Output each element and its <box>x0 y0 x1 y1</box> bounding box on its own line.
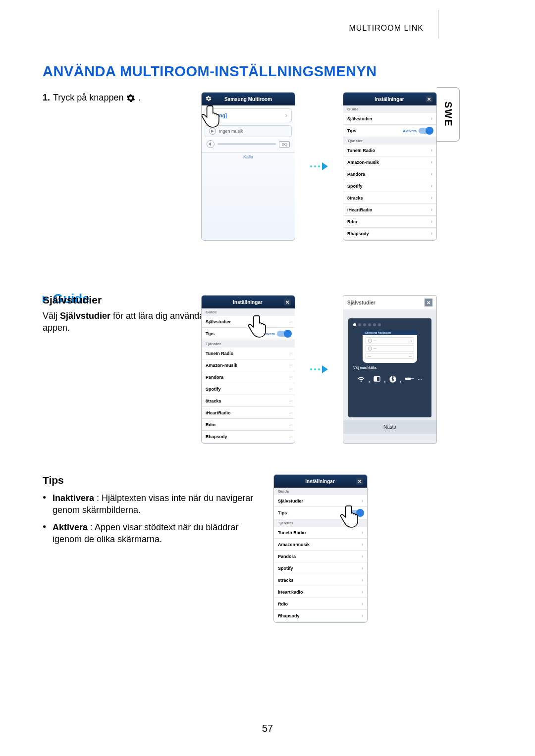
gear-icon[interactable] <box>206 96 212 102</box>
service-item[interactable]: Rhapsody› <box>343 228 436 239</box>
label: Amazon-musik <box>278 542 310 547</box>
section-guide: Guide <box>274 488 367 495</box>
label: 8tracks <box>347 196 363 201</box>
pointing-hand-icon <box>338 504 364 529</box>
header-divider <box>438 10 438 39</box>
service-item[interactable]: iHeartRadio› <box>274 586 367 598</box>
volume-slider[interactable] <box>217 143 276 145</box>
tips-screen: Inställningar ✕ Guide Självstudier› Tips… <box>273 474 368 623</box>
screenshot-settings-sjalv: Inställningar ✕ Guide Självstudier› Tips… <box>201 295 295 444</box>
screenshot-settings: Inställningar ✕ Guide Självstudier› Tips… <box>343 92 437 241</box>
tutorial-header: Självstudier ✕ <box>343 296 436 309</box>
bluetooth-icon <box>389 375 397 385</box>
label: Amazon-musik <box>347 160 379 165</box>
pointing-hand-icon <box>201 103 225 129</box>
label: Spotify <box>278 566 293 571</box>
label: Rhapsody <box>347 231 369 236</box>
service-item[interactable]: 8tracks› <box>343 192 436 204</box>
label: Rhapsody <box>278 613 300 618</box>
chevron-right-icon: › <box>289 422 291 427</box>
label: Spotify <box>206 387 221 392</box>
app-title: Samsung Multiroom <box>224 97 272 102</box>
service-item[interactable]: Rdio› <box>202 419 295 431</box>
tips-list: Inaktivera : Hjälptexten visas inte när … <box>43 492 261 545</box>
service-item[interactable]: Amazon-musik› <box>202 359 295 371</box>
wifi-icon <box>357 375 365 385</box>
service-item[interactable]: TuneIn Radio› <box>343 145 436 156</box>
svg-rect-4 <box>405 378 411 380</box>
aux-icon <box>405 375 415 385</box>
chevron-right-icon: › <box>431 219 432 224</box>
flow-arrow <box>310 162 328 170</box>
chevron-right-icon: › <box>362 530 363 535</box>
chevron-right-icon: › <box>431 159 432 165</box>
service-item[interactable]: TuneIn Radio› <box>202 348 295 359</box>
service-item[interactable]: Amazon-musik› <box>274 539 367 551</box>
tips-heading: Tips <box>43 474 261 486</box>
service-item[interactable]: Spotify› <box>274 562 367 574</box>
sjalvstudier-body: Välj Självstudier för att lära dig använ… <box>43 310 211 334</box>
tips-item-aktivera: Aktivera : Appen visar stödtext när du b… <box>43 521 261 546</box>
pointing-hand-icon <box>246 313 272 339</box>
settings-header: Inställningar ✕ <box>274 475 367 488</box>
service-item[interactable]: Rdio› <box>343 216 436 228</box>
label: Amazon-musik <box>206 363 237 368</box>
label: Tips <box>278 510 287 515</box>
chevron-right-icon: › <box>289 386 291 392</box>
service-item[interactable]: Pandora› <box>202 371 295 383</box>
chevron-right-icon: › <box>431 148 432 153</box>
label: iHeartRadio <box>278 590 303 595</box>
chevron-right-icon: › <box>362 613 363 618</box>
source-button[interactable]: Källa <box>202 152 295 161</box>
no-music-label: Ingen musik <box>219 129 243 134</box>
mute-icon[interactable] <box>207 140 214 148</box>
close-icon[interactable]: ✕ <box>425 299 432 306</box>
service-item[interactable]: iHeartRadio› <box>202 407 295 419</box>
label: Rdio <box>347 219 357 224</box>
service-item[interactable]: Pandora› <box>343 168 436 180</box>
label: Pandora <box>278 554 296 559</box>
section-services: Tjänster <box>202 340 295 348</box>
chevron-right-icon: › <box>431 183 432 189</box>
bold-text: Aktivera <box>53 522 88 532</box>
close-icon[interactable]: ✕ <box>426 96 432 102</box>
service-item[interactable]: iHeartRadio› <box>343 204 436 216</box>
tips-toggle[interactable] <box>419 128 432 134</box>
label: Rhapsody <box>206 434 227 439</box>
service-item[interactable]: Spotify› <box>202 383 295 395</box>
service-item[interactable]: Rdio› <box>274 598 367 610</box>
chevron-right-icon: › <box>431 195 432 201</box>
screenshot-settings-tips: Inställningar ✕ Guide Självstudier› Tips… <box>273 474 368 623</box>
toggle-label: Aktivera <box>403 129 417 133</box>
service-item[interactable]: Rhapsody› <box>274 610 367 621</box>
service-item[interactable]: Amazon-musik› <box>343 156 436 168</box>
tutorial-caption: Välj musikkälla. <box>353 366 427 369</box>
step-text: Tryck på knappen <box>53 93 123 103</box>
service-item[interactable]: Pandora› <box>274 551 367 562</box>
close-icon[interactable]: ✕ <box>284 299 291 305</box>
close-icon[interactable]: ✕ <box>356 478 363 485</box>
service-item[interactable]: 8tracks› <box>202 395 295 407</box>
screenshot-multiroom-app: Samsung Multiroom msung] › Ingen musik E… <box>201 92 295 241</box>
tips-item-inaktivera: Inaktivera : Hjälptexten visas inte när … <box>43 492 261 516</box>
settings-header: Inställningar ✕ <box>343 93 436 105</box>
label: Självstudier <box>206 319 231 324</box>
sjalvstudier-heading: Självstudier <box>43 294 211 306</box>
chevron-right-icon: › <box>289 398 291 403</box>
mini-row: — <box>366 345 414 352</box>
tips-toggle[interactable] <box>277 331 291 337</box>
item-sjalvstudier[interactable]: Självstudier› <box>343 113 436 125</box>
settings-title: Inställningar <box>305 479 334 484</box>
chevron-right-icon: › <box>362 577 363 583</box>
bold-text: Självstudier <box>60 311 110 321</box>
service-item[interactable]: Spotify› <box>343 180 436 192</box>
next-button[interactable]: Nästa <box>343 420 436 434</box>
step1-screens: Samsung Multiroom msung] › Ingen musik E… <box>201 92 437 241</box>
chevron-right-icon: › <box>289 434 291 439</box>
item-tips[interactable]: Tips Aktivera <box>343 125 436 137</box>
service-item[interactable]: Rhapsody› <box>202 431 295 442</box>
service-item[interactable]: 8tracks› <box>274 574 367 586</box>
eq-button[interactable]: EQ <box>279 141 290 148</box>
section-guide: Guide <box>343 105 436 113</box>
chevron-right-icon: › <box>289 374 291 380</box>
